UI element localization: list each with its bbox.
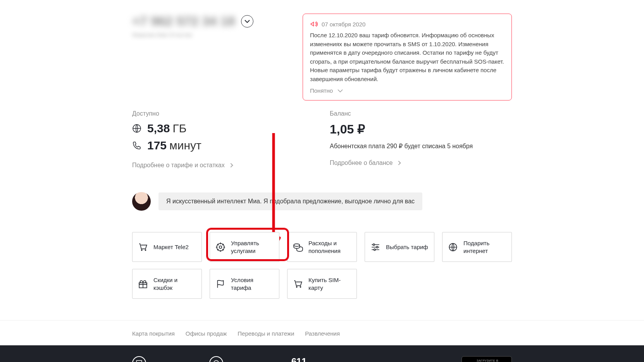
globe-icon: [132, 124, 141, 133]
coins-icon: [293, 242, 303, 252]
svg-point-2: [219, 246, 222, 248]
mia-message[interactable]: Я искусственный интеллект Миа. Я подобра…: [158, 192, 422, 210]
cashback-card[interactable]: Скидки и кэшбэк: [132, 269, 202, 299]
balance-value: 1,05 ₽: [330, 122, 512, 137]
tariff-details-link[interactable]: Подробнее о тарифе и остатках: [132, 162, 314, 169]
payments-link[interactable]: Переводы и платежи: [238, 330, 294, 337]
tariff-update-notice: 07 октября 2020 После 12.10.2020 ваш тар…: [303, 14, 512, 100]
expenses-card[interactable]: Расходы и пополнения: [287, 232, 357, 262]
sliders-icon: [370, 242, 381, 252]
flag-icon: [215, 279, 226, 289]
globe-gift-icon: [448, 242, 458, 252]
phone-icon: [132, 141, 141, 150]
balance-note: Абонентская плата 290 ₽ будет списана 5 …: [330, 142, 512, 150]
market-tele2-card[interactable]: Маркет Tele2: [132, 232, 202, 262]
choose-tariff-card[interactable]: Выбрать тариф: [365, 232, 434, 262]
svg-point-3: [294, 244, 300, 246]
minutes-unit: минут: [169, 139, 201, 152]
svg-point-5: [376, 246, 378, 248]
chevron-right-icon: [397, 161, 401, 165]
minutes-amount: 175: [147, 139, 167, 152]
gift-icon: [138, 279, 148, 289]
cart-icon: [293, 279, 303, 289]
mia-avatar: [132, 192, 151, 211]
phone-number: +7 962 572 34 18: [132, 14, 235, 29]
appstore-badge[interactable]: Загрузите вApp Store: [461, 356, 512, 362]
notice-dismiss[interactable]: Понятно: [310, 87, 505, 94]
entertainment-link[interactable]: Развлечения: [305, 330, 340, 337]
manage-services-card[interactable]: Управлять услугами: [210, 232, 279, 262]
coverage-map-link[interactable]: Карта покрытия: [132, 330, 175, 337]
chevron-down-icon: [337, 89, 343, 92]
tariff-terms-card[interactable]: Условия тарифа: [210, 269, 279, 299]
sales-offices-link[interactable]: Офисы продаж: [186, 330, 227, 337]
phone-dropdown[interactable]: [241, 15, 253, 28]
data-unit: ГБ: [172, 122, 186, 135]
chat-icon: [132, 356, 146, 362]
balance-label: Баланс: [330, 110, 512, 117]
data-amount: 5,38: [147, 122, 170, 135]
available-label: Доступно: [132, 110, 314, 117]
notice-date: 07 октября 2020: [322, 21, 365, 28]
svg-point-6: [374, 249, 375, 250]
svg-point-9: [214, 360, 219, 362]
cart-icon: [138, 242, 148, 252]
apple-icon: [467, 360, 474, 362]
short-number: 611: [291, 356, 375, 362]
notice-body: После 12.10.2020 ваш тариф обновится. Ин…: [310, 31, 505, 83]
svg-point-4: [373, 244, 375, 245]
chevron-down-icon: [245, 20, 250, 23]
owner-name: Фамилия Имя Отчество: [132, 32, 287, 38]
megaphone-icon: [310, 20, 318, 28]
gift-internet-card[interactable]: Подарить интернет: [442, 232, 512, 262]
chevron-right-icon: [229, 163, 233, 167]
target-icon: [209, 356, 223, 362]
balance-details-link[interactable]: Подробнее о балансе: [330, 159, 512, 166]
helm-icon: [215, 242, 226, 252]
buy-sim-card[interactable]: Купить SIM-карту: [287, 269, 357, 299]
